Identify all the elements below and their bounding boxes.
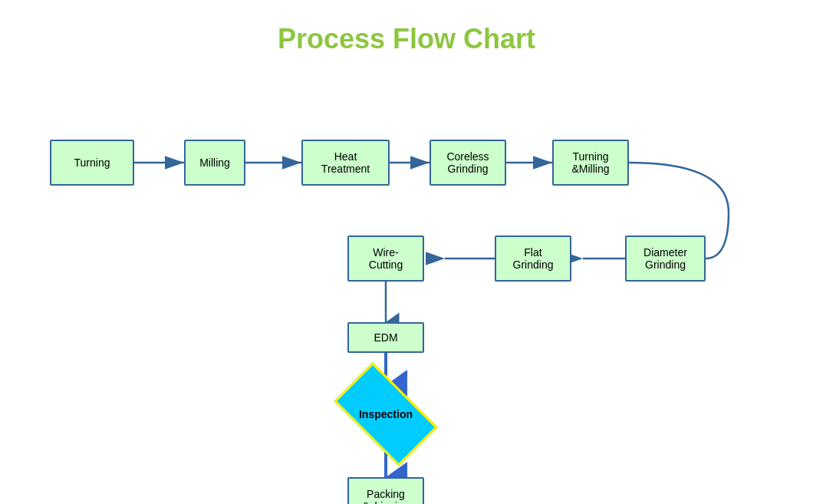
coreless-grinding-box: CorelessGrinding	[430, 140, 506, 186]
turning-box: Turning	[50, 140, 134, 186]
heat-treatment-box: HeatTreatment	[301, 140, 390, 186]
inspection-label: Inspection	[359, 408, 413, 420]
page-title: Process Flow Chart	[0, 0, 813, 55]
milling-box: Milling	[184, 140, 245, 186]
flat-grinding-box: FlatGrinding	[495, 236, 571, 282]
turning-milling-box: Turning&Milling	[552, 140, 629, 186]
edm-box: EDM	[347, 322, 424, 353]
wire-cutting-box: Wire-Cutting	[347, 236, 424, 282]
flow-chart: Turning Milling HeatTreatment CorelessGr…	[0, 78, 813, 504]
diameter-grinding-box: DiameterGrinding	[625, 236, 706, 282]
inspection-diamond-container: Inspection	[335, 381, 436, 446]
packing-box: Packing&shipping	[347, 477, 424, 504]
